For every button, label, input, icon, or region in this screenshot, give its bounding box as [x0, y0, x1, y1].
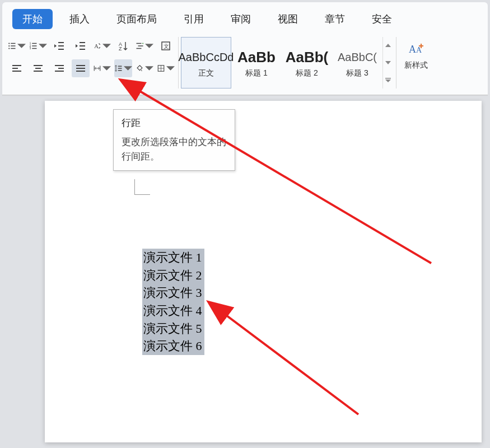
typography-button[interactable]: A: [93, 37, 111, 55]
svg-rect-15: [80, 42, 85, 43]
text-line-selected[interactable]: 演示文件 4: [142, 302, 204, 320]
document-content: 演示文件 1 演示文件 2 演示文件 3 演示文件 4 演示文件 5 演示文件 …: [142, 249, 204, 355]
svg-rect-32: [55, 65, 64, 66]
tab-security[interactable]: 安全: [362, 9, 402, 29]
svg-rect-36: [76, 68, 85, 69]
style-normal[interactable]: AaBbCcDd 正文: [181, 37, 231, 88]
styles-gallery: AaBbCcDd 正文 AaBb 标题 1 AaBb( 标题 2 AaBbC( …: [181, 37, 396, 88]
document-page[interactable]: 演示文件 1 演示文件 2 演示文件 3 演示文件 4 演示文件 5 演示文件 …: [45, 101, 482, 442]
svg-point-4: [8, 48, 10, 49]
svg-rect-29: [34, 65, 43, 66]
margin-indicator: [134, 179, 150, 195]
svg-rect-37: [76, 71, 85, 72]
style-preview: AaBbC(: [338, 47, 377, 67]
svg-rect-40: [118, 70, 122, 71]
tab-bar: 开始 插入 页面布局 引用 审阅 视图 章节 安全: [2, 2, 488, 30]
svg-rect-7: [32, 43, 36, 44]
line-spacing-button[interactable]: [114, 59, 132, 77]
svg-rect-44: [385, 78, 391, 79]
text-line-selected[interactable]: 演示文件 2: [142, 267, 204, 284]
tab-view[interactable]: 视图: [268, 9, 308, 29]
new-style-button[interactable]: AA 新样式: [399, 37, 431, 71]
align-justify-button[interactable]: [72, 59, 90, 77]
svg-rect-16: [80, 45, 85, 46]
sort-button[interactable]: AZ: [114, 37, 132, 55]
svg-rect-21: [137, 43, 142, 44]
shading-button[interactable]: [136, 59, 153, 77]
text-tools-button[interactable]: 文: [157, 37, 175, 55]
new-style-label: 新样式: [404, 60, 428, 71]
tab-references[interactable]: 引用: [174, 9, 214, 29]
style-label: 标题 1: [245, 68, 268, 78]
svg-rect-11: [32, 48, 36, 49]
style-preview: AaBb: [237, 47, 276, 67]
style-heading1[interactable]: AaBb 标题 1: [231, 37, 282, 88]
svg-rect-9: [32, 45, 36, 46]
svg-rect-35: [76, 65, 85, 66]
toolbar: 123 A AZ: [2, 30, 488, 88]
svg-text:A: A: [94, 43, 99, 49]
svg-rect-39: [118, 68, 122, 69]
svg-rect-34: [55, 71, 64, 72]
styles-scroll-up[interactable]: [383, 37, 393, 54]
distribute-button[interactable]: [93, 59, 111, 77]
svg-rect-31: [34, 71, 43, 72]
svg-rect-14: [58, 49, 64, 50]
new-style-icon: AA: [407, 40, 425, 58]
style-label: 标题 3: [346, 68, 368, 78]
style-preview: AaBb(: [286, 47, 329, 67]
svg-rect-30: [35, 68, 41, 69]
align-left-button[interactable]: [8, 59, 26, 77]
paragraph-group: 123 A AZ: [4, 37, 179, 88]
svg-rect-22: [138, 45, 143, 46]
tooltip-description: 更改所选段落中的文本的行间距。: [122, 135, 227, 164]
style-preview: AaBbCcDd: [179, 47, 234, 67]
tabs-settings-button[interactable]: [136, 37, 153, 55]
svg-rect-13: [58, 45, 64, 46]
svg-rect-28: [12, 71, 21, 72]
style-label: 标题 2: [296, 68, 318, 78]
svg-rect-1: [11, 43, 15, 44]
tab-insert[interactable]: 插入: [59, 9, 100, 29]
style-heading3[interactable]: AaBbC( 标题 3: [332, 37, 382, 88]
text-line-selected[interactable]: 演示文件 1: [142, 249, 204, 267]
align-center-button[interactable]: [29, 59, 47, 77]
svg-rect-33: [58, 68, 64, 69]
svg-rect-17: [80, 49, 85, 50]
svg-rect-3: [11, 45, 15, 46]
styles-scroll-down[interactable]: [383, 54, 393, 71]
decrease-indent-button[interactable]: [50, 37, 68, 55]
increase-indent-button[interactable]: [72, 37, 90, 55]
styles-expand[interactable]: [383, 72, 393, 88]
style-heading2[interactable]: AaBb( 标题 2: [282, 37, 332, 88]
bullet-list-button[interactable]: [8, 37, 26, 55]
borders-button[interactable]: [157, 59, 175, 77]
tooltip-title: 行距: [122, 116, 227, 129]
tab-layout[interactable]: 页面布局: [106, 9, 167, 29]
numbered-list-button[interactable]: 123: [29, 37, 47, 55]
text-line-selected[interactable]: 演示文件 5: [142, 320, 204, 338]
svg-rect-23: [137, 48, 142, 49]
svg-text:A: A: [409, 44, 416, 55]
tab-home[interactable]: 开始: [12, 9, 53, 29]
tab-chapter[interactable]: 章节: [315, 9, 355, 29]
line-spacing-tooltip: 行距 更改所选段落中的文本的行间距。: [113, 109, 235, 171]
svg-rect-12: [58, 42, 64, 43]
svg-text:Z: Z: [119, 46, 122, 52]
text-line-selected[interactable]: 演示文件 3: [142, 284, 204, 302]
svg-rect-27: [12, 68, 18, 69]
svg-text:文: 文: [164, 43, 169, 49]
text-line-selected[interactable]: 演示文件 6: [142, 337, 204, 355]
svg-rect-26: [12, 65, 21, 66]
style-label: 正文: [198, 68, 214, 78]
svg-text:3: 3: [30, 47, 31, 50]
ribbon: 开始 插入 页面布局 引用 审阅 视图 章节 安全 123: [2, 2, 488, 95]
svg-rect-5: [11, 48, 15, 49]
align-right-button[interactable]: [50, 59, 68, 77]
tab-review[interactable]: 审阅: [221, 9, 261, 29]
svg-point-2: [8, 45, 10, 46]
svg-rect-38: [118, 66, 122, 67]
svg-point-0: [8, 43, 10, 44]
